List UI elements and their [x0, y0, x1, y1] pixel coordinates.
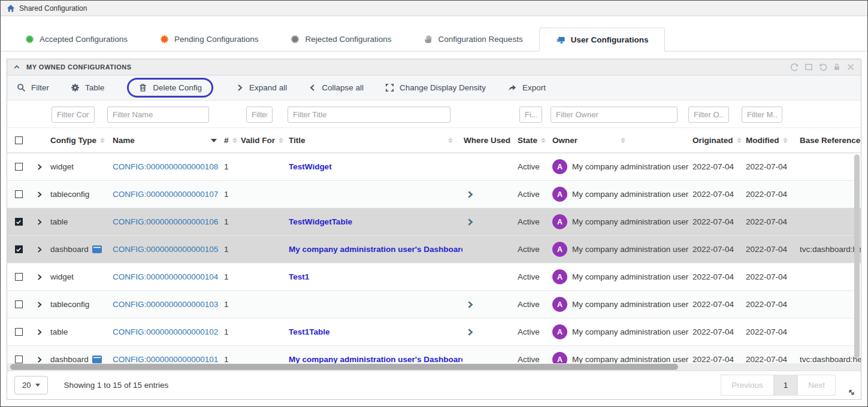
page-1-button[interactable]: 1 [774, 375, 798, 396]
column-header-base-reference[interactable]: Base Reference [799, 136, 861, 145]
column-header-modified[interactable]: Modified [745, 136, 799, 145]
search-icon [17, 83, 26, 92]
select-all-checkbox[interactable] [7, 136, 29, 144]
column-label: Where Used [464, 136, 510, 145]
row-checkbox[interactable] [15, 300, 23, 308]
tab-user-configurations[interactable]: User Configurations [539, 28, 666, 51]
column-header-state[interactable]: State [516, 136, 551, 145]
expand-row-icon[interactable] [36, 329, 43, 336]
row-checkbox[interactable] [15, 356, 23, 363]
undo-icon[interactable] [818, 63, 827, 72]
originated-date: 2022-07-04 [692, 245, 734, 254]
expand-row-icon[interactable] [36, 301, 43, 308]
owner-name: My company administration user [572, 217, 688, 226]
config-title-link[interactable]: My company administration user's Dashboa… [289, 355, 462, 363]
export-button[interactable]: Export [507, 83, 546, 92]
expand-row-icon[interactable] [36, 218, 43, 226]
config-name-link[interactable]: CONFIG:0000000000000106 [113, 217, 218, 226]
tab-rejected-configurations[interactable]: Rejected Configurations [274, 27, 407, 51]
where-used-icon[interactable] [466, 328, 474, 336]
previous-page-button[interactable]: Previous [721, 375, 774, 396]
column-header-valid-for[interactable]: Valid For [240, 136, 288, 145]
sort-icon [541, 138, 546, 143]
filter-state-input[interactable] [519, 107, 542, 123]
collapse-panel-icon[interactable] [13, 63, 20, 71]
config-title-link[interactable]: Test1Table [289, 327, 330, 336]
config-name-link[interactable]: CONFIG:0000000000000108 [113, 162, 218, 171]
config-name-link[interactable]: CONFIG:0000000000000104 [113, 272, 218, 281]
filter-modified-input[interactable] [742, 107, 782, 123]
vertical-scrollbar[interactable] [854, 154, 860, 358]
resize-handle-icon[interactable] [847, 388, 856, 397]
revision-number: 1 [224, 272, 229, 281]
window-title: Shared Configuration [19, 4, 87, 13]
expand-all-button[interactable]: Expand all [236, 83, 287, 92]
row-checkbox[interactable] [15, 328, 23, 336]
row-checkbox[interactable] [15, 218, 23, 226]
horizontal-scrollbar[interactable] [10, 364, 678, 370]
panel-window-controls [790, 63, 855, 72]
tab-accepted-configurations[interactable]: Accepted Configurations [9, 27, 144, 51]
where-used-icon[interactable] [466, 190, 474, 199]
revision-number: 1 [224, 162, 229, 171]
filter-name-input[interactable] [107, 107, 209, 123]
config-title-link[interactable]: Test1 [289, 272, 309, 281]
chevron-left-icon [309, 84, 316, 92]
filter-button[interactable]: Filter [17, 83, 49, 92]
filter-originated-input[interactable] [688, 107, 729, 123]
sort-icon [737, 138, 742, 143]
where-used-icon[interactable] [466, 218, 474, 226]
config-name-link[interactable]: CONFIG:0000000000000101 [113, 355, 218, 363]
filter-config-type-input[interactable] [52, 107, 95, 123]
maximize-icon[interactable] [805, 63, 813, 71]
column-header-title[interactable]: Title [288, 136, 462, 145]
row-checkbox[interactable] [15, 163, 23, 171]
column-header-where-used[interactable]: Where Used [462, 136, 516, 145]
export-icon [507, 83, 517, 92]
change-display-density-button[interactable]: Change Display Density [385, 83, 486, 92]
column-header-name[interactable]: Name [111, 136, 223, 145]
expand-row-icon[interactable] [36, 191, 43, 198]
refresh-icon[interactable] [790, 63, 799, 72]
originated-date: 2022-07-04 [692, 162, 734, 171]
expand-row-icon[interactable] [36, 274, 43, 281]
config-name-link[interactable]: CONFIG:0000000000000107 [113, 190, 218, 199]
delete-config-button[interactable]: Delete Config [127, 78, 213, 98]
row-checkbox[interactable] [15, 273, 23, 281]
filter-valid-for-input[interactable] [246, 107, 273, 123]
table-settings-button[interactable]: Table [71, 83, 104, 92]
column-label: Base Reference [800, 136, 860, 145]
config-type-value: table [50, 217, 68, 226]
config-title-link[interactable]: TestWidgetTable [289, 217, 352, 226]
where-used-icon[interactable] [466, 300, 474, 309]
tab-configuration-requests[interactable]: Configuration Requests [408, 27, 539, 51]
sort-icon [100, 138, 105, 143]
expand-row-icon[interactable] [36, 246, 43, 253]
column-header-number[interactable]: # [223, 136, 240, 145]
filter-owner-input[interactable] [551, 107, 678, 123]
row-checkbox[interactable] [15, 190, 23, 198]
expand-row-icon[interactable] [36, 163, 43, 171]
config-title-link[interactable]: My company administration user's Dashboa… [289, 245, 462, 254]
owner-name: My company administration user [572, 355, 688, 363]
row-checkbox[interactable] [15, 245, 23, 253]
column-header-owner[interactable]: Owner [551, 136, 691, 145]
column-header-originated[interactable]: Originated [691, 136, 745, 145]
config-name-link[interactable]: CONFIG:0000000000000105 [113, 245, 218, 254]
next-page-button[interactable]: Next [797, 375, 836, 396]
config-name-link[interactable]: CONFIG:0000000000000103 [113, 300, 218, 309]
horizontal-scrollbar-track [7, 363, 861, 370]
tab-pending-configurations[interactable]: Pending Configurations [144, 27, 274, 51]
owner-name: My company administration user [572, 327, 688, 336]
sort-descending-icon [211, 139, 217, 142]
lock-icon[interactable] [833, 63, 841, 71]
page-size-select[interactable]: 20 [14, 376, 48, 394]
collapse-all-button[interactable]: Collapse all [309, 83, 364, 92]
expand-row-icon[interactable] [36, 356, 43, 363]
close-icon[interactable] [846, 63, 855, 71]
config-name-link[interactable]: CONFIG:0000000000000102 [113, 327, 218, 336]
home-icon[interactable] [7, 4, 15, 13]
column-header-config-type[interactable]: Config Type [49, 136, 111, 145]
filter-title-input[interactable] [288, 107, 450, 123]
config-title-link[interactable]: TestWidget [289, 162, 332, 171]
